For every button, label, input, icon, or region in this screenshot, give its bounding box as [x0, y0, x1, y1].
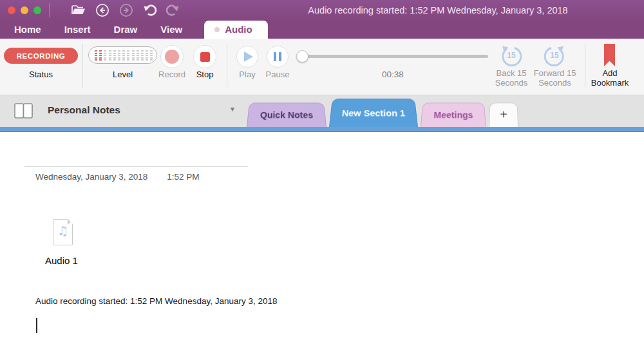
audio-level-meter	[88, 46, 157, 64]
stop-label: Stop	[185, 70, 224, 79]
forward-15-seconds-button: 15	[542, 44, 567, 68]
pause-button	[267, 46, 289, 68]
add-bookmark-icon[interactable]	[604, 44, 615, 66]
section-tab-quick-notes[interactable]: Quick Notes	[247, 102, 327, 127]
titlebar-divider	[49, 3, 50, 17]
section-tabs: Quick Notes New Section 1 Meetings +	[247, 97, 521, 127]
page-date: Wednesday, January 3, 2018	[35, 172, 147, 182]
recording-status-badge: RECORDING	[4, 48, 78, 64]
forward-15-label: Forward 15 Seconds	[531, 68, 579, 88]
active-section-color-bar	[0, 127, 644, 132]
note-body-text[interactable]: Audio recording started: 1:52 PM Wednesd…	[35, 296, 277, 306]
stop-icon	[200, 52, 210, 62]
play-icon	[244, 52, 253, 62]
playback-slider[interactable]	[298, 55, 488, 58]
back-15-label: Back 15 Seconds	[491, 68, 531, 88]
undo-icon[interactable]	[142, 3, 158, 17]
status-label: Status	[4, 70, 78, 79]
add-section-button[interactable]: +	[489, 102, 518, 127]
notebook-icon	[14, 102, 33, 119]
tab-audio[interactable]: Audio	[204, 21, 268, 39]
notebook-name[interactable]: Personal Notes	[48, 104, 120, 116]
notebook-dropdown-icon[interactable]: ▼	[229, 106, 236, 113]
ribbon-divider	[82, 44, 83, 88]
redo-icon	[165, 3, 180, 17]
tab-audio-label: Audio	[225, 21, 252, 39]
playback-slider-thumb[interactable]	[296, 50, 308, 62]
level-label: Level	[88, 70, 157, 79]
forward-15-amount: 15	[542, 51, 567, 60]
pause-label: Pause	[258, 70, 297, 79]
tab-insert[interactable]: Insert	[53, 21, 102, 39]
close-button[interactable]	[8, 6, 15, 14]
audio-file-icon[interactable]: ♫	[53, 219, 73, 245]
audio-ribbon: RECORDING Status Level Record Stop Play …	[0, 39, 644, 95]
ribbon-divider	[585, 44, 585, 88]
record-icon	[165, 50, 179, 64]
notebook-bar: Personal Notes ▼ Quick Notes New Section…	[0, 95, 644, 127]
music-note-icon: ♫	[53, 223, 72, 238]
stop-button[interactable]	[193, 45, 216, 68]
zoom-button[interactable]	[33, 6, 41, 14]
back-15-amount: 15	[499, 51, 524, 60]
page-time: 1:52 PM	[167, 172, 199, 182]
page-date-time: Wednesday, January 3, 2018 1:52 PM	[35, 172, 199, 182]
minimize-button[interactable]	[21, 6, 28, 14]
record-button	[160, 45, 184, 68]
recording-dot-icon	[214, 27, 220, 32]
tab-home[interactable]: Home	[3, 21, 53, 39]
text-cursor	[36, 318, 37, 333]
title-underline	[24, 166, 248, 167]
tab-view[interactable]: View	[149, 21, 194, 39]
ribbon-tab-bar: Home Insert Draw View Audio	[0, 21, 644, 39]
add-bookmark-label[interactable]: Add Bookmark	[587, 68, 632, 88]
elapsed-time: 00:38	[361, 70, 425, 79]
page-canvas[interactable]: Wednesday, January 3, 2018 1:52 PM ♫ Aud…	[0, 133, 644, 351]
tab-draw[interactable]: Draw	[102, 21, 149, 39]
titlebar: Audio recording started: 1:52 PM Wednesd…	[0, 0, 644, 21]
navigate-back-icon[interactable]	[95, 3, 110, 17]
window-title: Audio recording started: 1:52 PM Wednesd…	[277, 5, 599, 15]
back-15-seconds-button: 15	[499, 44, 524, 68]
ribbon-divider	[227, 44, 227, 88]
section-tab-new-section-1[interactable]: New Section 1	[329, 99, 418, 127]
open-folder-icon[interactable]	[71, 3, 86, 17]
navigate-forward-icon	[118, 3, 134, 17]
audio-item-label[interactable]: Audio 1	[45, 255, 78, 266]
section-tab-meetings[interactable]: Meetings	[421, 102, 486, 127]
onenote-window: Audio recording started: 1:52 PM Wednesd…	[0, 0, 644, 351]
pause-icon	[274, 52, 282, 61]
play-button	[236, 46, 258, 68]
